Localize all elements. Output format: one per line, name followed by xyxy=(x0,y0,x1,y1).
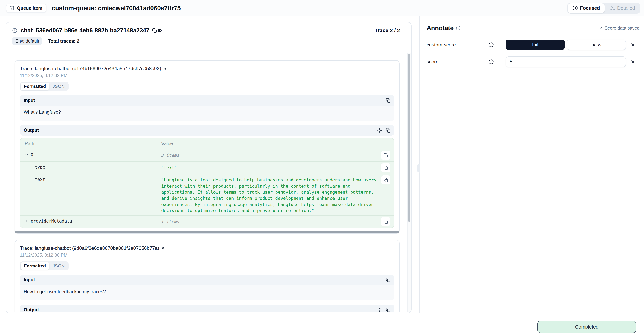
top-bar: Queue item custom-queue: cmiacwel70041ad… xyxy=(0,0,644,17)
annotate-title: Annotate xyxy=(426,24,454,32)
view-mode-toggle: Focused Detailed xyxy=(567,3,640,14)
external-link-icon xyxy=(161,246,165,250)
categorical-score-options: fail pass xyxy=(506,40,626,50)
trace-counter: Trace 2 / 2 xyxy=(375,28,400,34)
table-row: 0 3 items xyxy=(20,149,394,162)
copy-id-button[interactable]: ID xyxy=(152,28,162,33)
copy-row-button[interactable] xyxy=(381,217,390,226)
table-header: Path Value xyxy=(20,138,394,149)
json-tab[interactable]: JSON xyxy=(49,262,68,270)
external-link-icon xyxy=(162,67,167,71)
trace-1-input-section: Input What's Langfuse? xyxy=(20,95,394,121)
trace-2-input-text: How to get user feedback in my traces? xyxy=(20,285,394,300)
focused-view-button[interactable]: Focused xyxy=(568,3,604,13)
score-name-label: score xyxy=(426,59,488,65)
formatted-tab[interactable]: Formatted xyxy=(20,83,49,90)
score-option-fail[interactable]: fail xyxy=(506,40,565,50)
delete-score-button[interactable] xyxy=(630,59,636,64)
output-label: Output xyxy=(24,307,39,312)
copy-row-button[interactable] xyxy=(381,151,390,160)
trace-card-1: Trace: langfuse-chatbot (d174b1589072e43… xyxy=(14,60,400,234)
horizontal-scrollbar-thumb[interactable] xyxy=(15,231,399,233)
trace-card-2: Trace: langfuse-chatbot (9d0a6f2e6de8670… xyxy=(14,240,400,312)
annotate-panel: Annotate Score data saved custom-score f… xyxy=(420,17,644,313)
focus-gauge-icon xyxy=(572,6,578,11)
copy-input-button[interactable] xyxy=(386,277,391,282)
item-header: chat_536ed067-b86e-4eb6-882b-ba27148a234… xyxy=(6,23,411,53)
id-label: ID xyxy=(158,28,162,33)
trace-2-output-header: Output xyxy=(20,304,394,312)
score-value-input[interactable] xyxy=(506,56,626,67)
tree-network-icon xyxy=(610,6,615,11)
value-column-header: Value xyxy=(161,141,378,146)
expand-output-button[interactable] xyxy=(377,307,382,312)
trace-2-format-toggle: Formatted JSON xyxy=(20,261,69,270)
formatted-tab[interactable]: Formatted xyxy=(20,262,49,270)
clock-icon xyxy=(12,28,18,33)
chevron-down-icon[interactable] xyxy=(25,153,29,157)
comment-bubble-icon[interactable] xyxy=(488,42,494,48)
trace-1-input-text: What's Langfuse? xyxy=(20,106,394,121)
trace-1-output-table: Path Value 0 3 items xyxy=(20,138,394,228)
clipboard-pen-icon xyxy=(9,6,14,11)
trace-1-link[interactable]: Trace: langfuse-chatbot (d174b1589072e43… xyxy=(20,66,167,72)
comment-bubble-icon[interactable] xyxy=(488,59,494,65)
copy-row-button[interactable] xyxy=(381,163,390,172)
chevron-right-icon[interactable] xyxy=(25,219,29,223)
trace-2-timestamp: 11/12/2025, 3:12:36 PM xyxy=(20,252,394,258)
table-row: text "Langfuse is a tool designed to hel… xyxy=(20,174,394,216)
score-option-pass[interactable]: pass xyxy=(567,40,626,50)
app-root: Queue item custom-queue: cmiacwel70041ad… xyxy=(0,0,644,336)
queue-item-panel: chat_536ed067-b86e-4eb6-882b-ba27148a234… xyxy=(6,22,412,313)
copy-output-button[interactable] xyxy=(386,128,391,133)
expand-output-button[interactable] xyxy=(377,128,382,133)
trace-1-timestamp: 11/12/2025, 3:12:32 PM xyxy=(20,73,394,78)
table-row: providerMetadata 1 items xyxy=(20,216,394,228)
trace-2-link[interactable]: Trace: langfuse-chatbot (9d0a6f2e6de8670… xyxy=(20,245,165,251)
copy-output-button[interactable] xyxy=(386,307,391,312)
path-column-header: Path xyxy=(25,141,161,146)
copy-row-button[interactable] xyxy=(381,175,390,184)
queue-item-badge: Queue item xyxy=(6,4,46,13)
item-title: chat_536ed067-b86e-4eb6-882b-ba27148a234… xyxy=(20,27,149,34)
env-badge: Env: default xyxy=(12,37,42,45)
output-label: Output xyxy=(24,128,39,133)
check-icon xyxy=(598,26,603,31)
trace-1-format-toggle: Formatted JSON xyxy=(20,82,69,91)
trace-1-output-header: Output xyxy=(20,125,394,136)
vertical-scrollbar-track xyxy=(407,53,411,312)
json-tab[interactable]: JSON xyxy=(49,83,68,90)
detailed-view-button[interactable]: Detailed xyxy=(605,3,640,13)
delete-score-button[interactable] xyxy=(630,42,636,47)
input-label: Input xyxy=(24,277,35,283)
page-title: custom-queue: cmiacwel70041ad060s7tlr75 xyxy=(52,5,180,12)
vertical-scrollbar-thumb[interactable] xyxy=(408,54,410,222)
score-name-label: custom-score xyxy=(426,42,488,48)
queue-item-label: Queue item xyxy=(17,6,42,11)
trace-2-input-section: Input How to get user feedback in my tra… xyxy=(20,274,394,300)
input-label: Input xyxy=(24,98,35,103)
info-icon[interactable] xyxy=(456,26,461,31)
table-row: type "text" xyxy=(20,162,394,174)
copy-icon xyxy=(152,28,157,33)
score-saved-status: Score data saved xyxy=(598,26,640,31)
score-row-custom-score: custom-score fail pass xyxy=(426,40,640,50)
completed-button[interactable]: Completed xyxy=(537,321,636,333)
total-traces-label: Total traces: 2 xyxy=(48,38,80,44)
score-row-score: score xyxy=(426,56,640,67)
traces-scroll-area: Trace: langfuse-chatbot (d174b1589072e43… xyxy=(6,53,411,312)
copy-input-button[interactable] xyxy=(386,98,391,103)
